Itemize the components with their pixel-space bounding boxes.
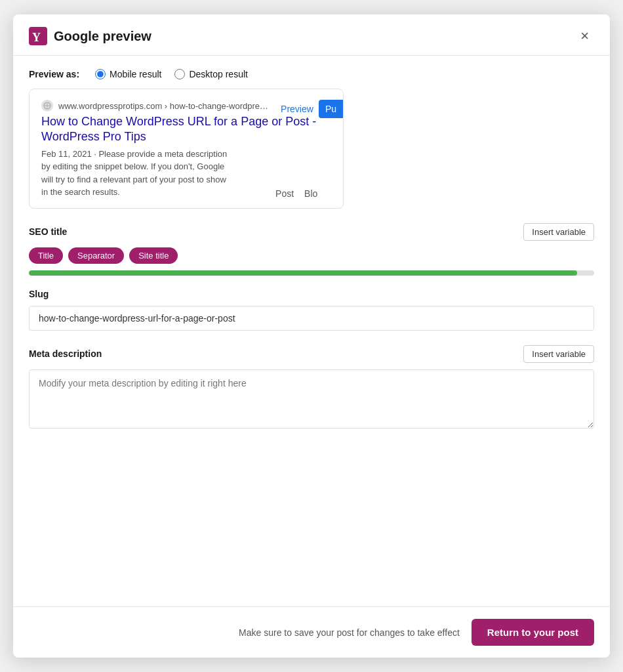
gp-favicon-icon xyxy=(41,100,53,112)
modal-title: Google preview xyxy=(54,29,151,44)
preview-as-label: Preview as: xyxy=(29,69,79,79)
desktop-result-option[interactable]: Desktop result xyxy=(174,69,247,79)
mobile-radio[interactable] xyxy=(95,69,106,79)
gp-title[interactable]: How to Change WordPress URL for a Page o… xyxy=(41,114,331,145)
seo-progress-bar-fill xyxy=(29,270,577,276)
return-to-post-button[interactable]: Return to your post xyxy=(472,619,594,646)
meta-description-label: Meta description xyxy=(29,348,102,359)
modal-footer: Make sure to save your post for changes … xyxy=(13,606,610,658)
gp-description: Feb 11, 2021 · Please provide a meta des… xyxy=(41,148,231,199)
header-left: Y Google preview xyxy=(29,27,151,45)
slug-label: Slug xyxy=(29,289,49,299)
footer-hint: Make sure to save your post for changes … xyxy=(239,627,460,638)
seo-title-header: SEO title Insert variable xyxy=(29,223,594,241)
seo-progress-bar-container xyxy=(29,270,594,276)
svg-text:Y: Y xyxy=(32,31,41,44)
seo-title-insert-variable-button[interactable]: Insert variable xyxy=(523,223,594,241)
tag-separator[interactable]: Separator xyxy=(68,247,124,264)
tag-site-title[interactable]: Site title xyxy=(129,247,178,264)
gp-overlay-top: Preview Pu xyxy=(275,100,343,118)
gp-url: www.wordpressprotips.com › how-to-change… xyxy=(58,101,268,111)
desktop-radio[interactable] xyxy=(174,69,185,79)
tag-title[interactable]: Title xyxy=(29,247,63,264)
close-button[interactable]: × xyxy=(575,26,594,46)
slug-input[interactable] xyxy=(29,306,594,331)
yoast-icon: Y xyxy=(29,27,47,45)
preview-as-row: Preview as: Mobile result Desktop result xyxy=(29,69,594,79)
gp-preview-button[interactable]: Preview xyxy=(275,100,319,118)
gp-blog-tab[interactable]: Blo xyxy=(304,188,317,199)
modal-body: Preview as: Mobile result Desktop result… xyxy=(13,56,610,518)
seo-title-label: SEO title xyxy=(29,226,67,237)
mobile-result-option[interactable]: Mobile result xyxy=(95,69,161,79)
meta-description-insert-variable-button[interactable]: Insert variable xyxy=(523,345,594,363)
slug-header: Slug xyxy=(29,289,594,299)
preview-radio-group: Mobile result Desktop result xyxy=(95,69,248,79)
mobile-result-label: Mobile result xyxy=(110,69,161,79)
gp-overlay-bottom: Post Blo xyxy=(275,188,343,199)
seo-title-tags: Title Separator Site title xyxy=(29,247,594,264)
gp-post-tab[interactable]: Post xyxy=(275,188,294,199)
google-preview-card: www.wordpressprotips.com › how-to-change… xyxy=(29,89,344,209)
desktop-result-label: Desktop result xyxy=(189,69,247,79)
spacer xyxy=(13,518,610,606)
gp-overlay: Preview Pu Post Blo xyxy=(275,89,343,208)
meta-description-textarea[interactable] xyxy=(29,369,594,429)
meta-description-header: Meta description Insert variable xyxy=(29,345,594,363)
google-preview-modal: Y Google preview × Preview as: Mobile re… xyxy=(13,14,610,658)
modal-header: Y Google preview × xyxy=(13,14,610,56)
gp-publish-button[interactable]: Pu xyxy=(319,100,343,118)
